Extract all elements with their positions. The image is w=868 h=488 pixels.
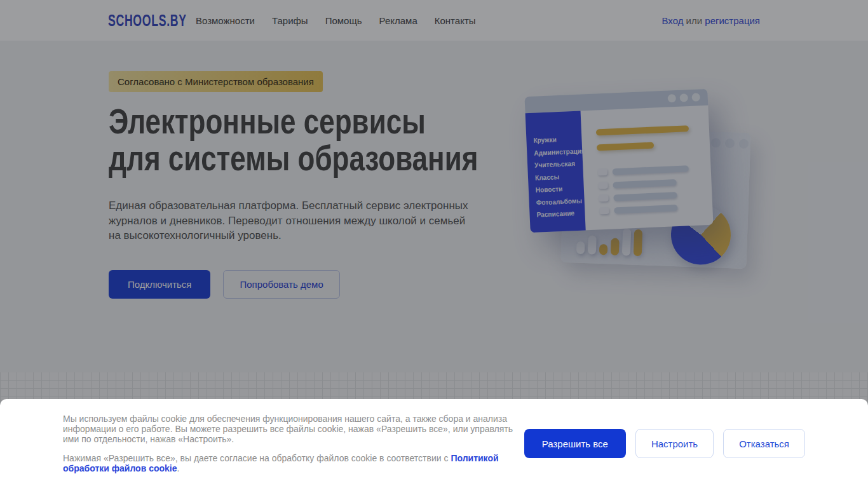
cookie-paragraph-2-period: . xyxy=(177,463,180,473)
cookie-action-buttons: Разрешить все Настроить Отказаться xyxy=(524,429,805,458)
cookie-consent-banner: Мы используем файлы cookie для обеспечен… xyxy=(0,399,868,488)
decline-cookies-button[interactable]: Отказаться xyxy=(723,429,805,458)
configure-cookies-button[interactable]: Настроить xyxy=(635,429,714,458)
cookie-paragraph-1: Мы используем файлы cookie для обеспечен… xyxy=(63,414,518,444)
cookie-paragraph-2: Нажимая «Разрешить все», вы даете соглас… xyxy=(63,453,518,473)
cookie-text-block: Мы используем файлы cookie для обеспечен… xyxy=(63,414,518,473)
allow-all-cookies-button[interactable]: Разрешить все xyxy=(524,429,626,458)
cookie-paragraph-2-text: Нажимая «Разрешить все», вы даете соглас… xyxy=(63,453,451,463)
